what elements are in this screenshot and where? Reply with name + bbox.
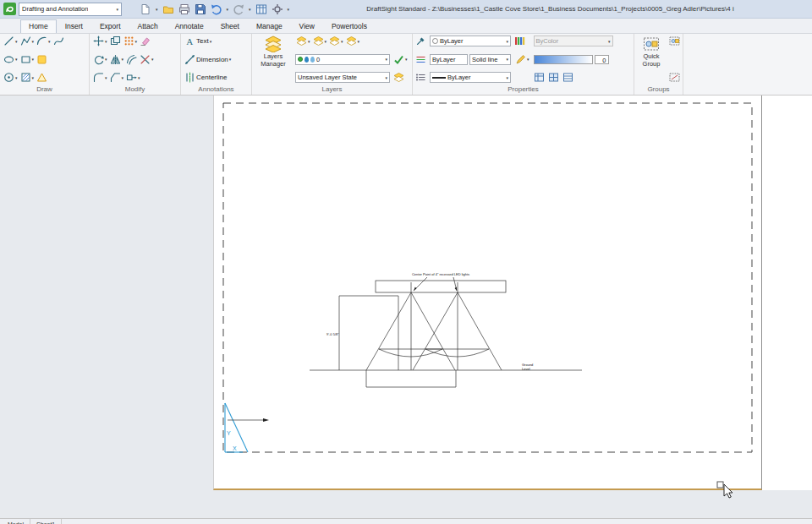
wipeout-tool[interactable] [36, 72, 48, 83]
chevron-down-icon[interactable]: ▾ [405, 57, 408, 62]
circle-tool[interactable]: ▾ [3, 72, 19, 83]
chevron-down-icon[interactable]: ▾ [32, 75, 35, 80]
pattern-tool[interactable]: ▾ [123, 35, 139, 46]
erase-tool[interactable] [139, 35, 151, 46]
layers-manager-button[interactable]: Layers Manager [255, 35, 292, 83]
chevron-down-icon[interactable]: ▾ [608, 39, 611, 44]
chevron-down-icon[interactable]: ▾ [210, 39, 212, 44]
quick-group-button[interactable]: Quick Group [637, 35, 666, 83]
transparency-value[interactable]: 0 [595, 55, 609, 64]
properties-list-icon[interactable] [415, 72, 426, 83]
tab-manage[interactable]: Manage [248, 19, 291, 33]
redo-icon[interactable] [233, 3, 244, 15]
hatch-edit-tool[interactable]: ▾ [514, 54, 530, 65]
chevron-down-icon[interactable]: ▾ [105, 57, 107, 62]
hatch-color-select[interactable]: ByColor ▾ [534, 35, 613, 46]
chevron-down-icon[interactable]: ▾ [385, 57, 387, 62]
mirror-tool[interactable]: ▾ [109, 54, 125, 65]
chevron-down-icon[interactable]: ▾ [229, 57, 232, 62]
open-folder-icon[interactable] [162, 3, 174, 15]
copy-tool[interactable] [109, 35, 122, 46]
line-color-select[interactable]: ByLayer ▾ [430, 35, 511, 46]
polygon-tool[interactable] [36, 54, 48, 65]
chevron-down-icon[interactable]: ▾ [506, 75, 508, 80]
rotate-tool[interactable]: ▾ [92, 54, 108, 65]
tab-attach[interactable]: Attach [129, 19, 167, 33]
drawing-canvas[interactable]: Center Point of 4" recessed LED lights 9… [0, 96, 812, 518]
move-tool[interactable]: ▾ [92, 35, 108, 46]
tab-view[interactable]: View [291, 19, 323, 33]
layer-confirm-tool[interactable]: ▾ [392, 54, 409, 65]
centerline-tool[interactable]: Centerline [184, 72, 228, 83]
workspace-selector[interactable]: Drafting and Annotation ▾ [19, 3, 122, 16]
chevron-down-icon[interactable]: ▾ [506, 57, 508, 62]
color-bars-icon[interactable] [514, 35, 525, 46]
layer-state-select[interactable]: Unsaved Layer State ▾ [295, 72, 390, 83]
chevron-down-icon[interactable]: ▾ [122, 75, 124, 80]
sheet1-tab[interactable]: Sheet1 [30, 519, 62, 524]
options-gear-icon[interactable] [272, 3, 283, 15]
hatch-tool[interactable]: ▾ [19, 72, 36, 83]
layer-state-tool[interactable] [392, 72, 405, 83]
chevron-down-icon[interactable]: ▾ [122, 57, 124, 62]
tab-export[interactable]: Export [91, 19, 129, 33]
group-edit-icon[interactable] [669, 35, 680, 46]
model-tab[interactable]: Model [2, 519, 30, 524]
line-tool[interactable]: ▾ [3, 35, 19, 46]
chevron-down-icon[interactable]: ▾ [32, 39, 35, 44]
tab-insert[interactable]: Insert [57, 19, 91, 33]
table-cells-icon[interactable] [562, 72, 573, 83]
eyedropper-icon[interactable] [415, 35, 426, 46]
fillet-tool[interactable]: ▾ [92, 72, 108, 83]
chevron-down-icon[interactable]: ▾ [308, 39, 310, 44]
chevron-down-icon[interactable]: ▾ [156, 7, 158, 12]
new-file-icon[interactable] [140, 3, 151, 15]
offset-tool[interactable] [125, 54, 138, 65]
linetype-select[interactable]: ByLayer ▾ [430, 72, 511, 83]
dimension-tool[interactable]: Dimension▾ [184, 54, 232, 65]
tab-powertools[interactable]: Powertools [323, 19, 376, 33]
chevron-down-icon[interactable]: ▾ [288, 7, 290, 12]
print-icon[interactable] [178, 3, 190, 15]
ellipse-tool[interactable]: ▾ [3, 54, 19, 65]
arc-tool[interactable]: ▾ [36, 35, 52, 46]
chamfer-tool[interactable]: ▾ [109, 72, 125, 83]
rectangle-tool[interactable]: ▾ [19, 54, 36, 65]
chevron-down-icon[interactable]: ▾ [358, 39, 360, 44]
led-elevation-drawing[interactable] [310, 277, 582, 387]
sheet-paper[interactable]: Center Point of 4" recessed LED lights 9… [213, 96, 762, 490]
layer-hide-tool[interactable]: ▾ [312, 35, 328, 46]
layer-tools[interactable]: ▾ [295, 35, 311, 46]
transparency-slider[interactable] [534, 55, 593, 64]
height-dimension-text[interactable]: 9'-0 5/8" [326, 332, 339, 336]
chevron-down-icon[interactable]: ▾ [151, 57, 154, 62]
chevron-down-icon[interactable]: ▾ [15, 39, 18, 44]
spline-tool[interactable] [52, 35, 65, 46]
chevron-down-icon[interactable]: ▾ [116, 7, 118, 12]
table-icon[interactable] [255, 3, 267, 15]
ungroup-icon[interactable] [669, 72, 680, 83]
chevron-down-icon[interactable]: ▾ [325, 39, 327, 44]
chevron-down-icon[interactable]: ▾ [506, 39, 508, 44]
tab-home[interactable]: Home [20, 19, 57, 33]
draftsight-logo-icon[interactable] [3, 3, 16, 15]
chevron-down-icon[interactable]: ▾ [15, 75, 18, 80]
chevron-down-icon[interactable]: ▾ [48, 39, 51, 44]
undo-icon[interactable] [211, 3, 222, 15]
active-layer-select[interactable]: 0 ▾ [295, 54, 390, 65]
tab-annotate[interactable]: Annotate [167, 19, 212, 33]
annotation-text[interactable]: Center Point of 4" recessed LED lights [412, 272, 469, 276]
chevron-down-icon[interactable]: ▾ [138, 75, 140, 80]
chevron-down-icon[interactable]: ▾ [249, 7, 251, 12]
chevron-down-icon[interactable]: ▾ [135, 39, 138, 44]
chevron-down-icon[interactable]: ▾ [527, 57, 529, 62]
chevron-down-icon[interactable]: ▾ [105, 75, 107, 80]
stretch-tool[interactable]: ▾ [125, 72, 141, 83]
linestyle-select[interactable]: Solid line▾ [469, 54, 511, 65]
ground-label-line2[interactable]: Level [522, 367, 530, 371]
tab-sheet[interactable]: Sheet [212, 19, 248, 33]
save-icon[interactable] [195, 3, 206, 15]
match-properties-icon[interactable] [415, 54, 426, 65]
trim-tool[interactable]: ▾ [139, 54, 155, 65]
canvas-background-bottom[interactable] [0, 490, 812, 518]
